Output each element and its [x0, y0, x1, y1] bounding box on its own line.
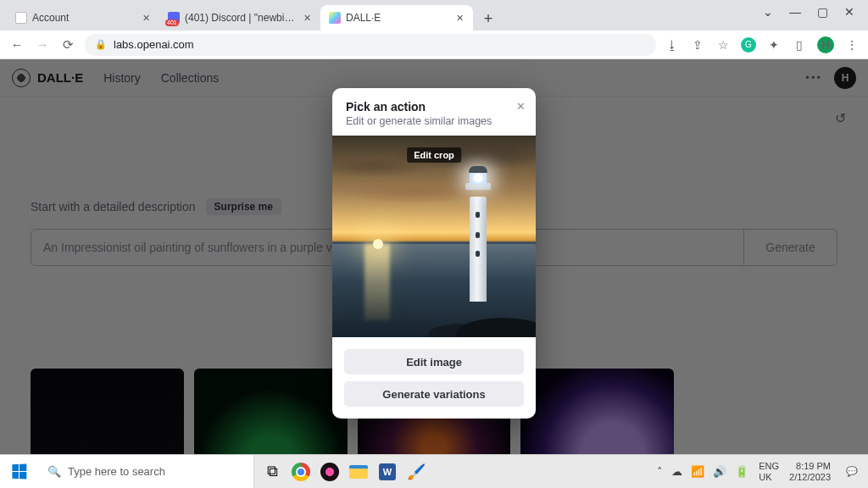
badge: 401 — [165, 19, 179, 26]
tab-favicon-account — [15, 12, 27, 24]
install-icon[interactable]: ⭳ — [665, 37, 680, 53]
modal-title: Pick an action — [346, 100, 522, 114]
window-controls: ⌄ — ▢ ✕ — [749, 0, 868, 24]
folder-icon — [349, 465, 368, 479]
tab-dalle[interactable]: DALL·E ✕ — [320, 5, 473, 30]
tab-discord[interactable]: 401 (401) Discord | "newbie" | Midjo… ✕ — [159, 5, 320, 30]
tab-title: DALL·E — [346, 12, 449, 24]
lock-icon: 🔒 — [95, 39, 107, 50]
task-view-button[interactable]: ⧉ — [258, 455, 287, 489]
modal-subtitle: Edit or generate similar images — [346, 115, 522, 127]
tab-title: (401) Discord | "newbie" | Midjo… — [185, 12, 297, 24]
omnibox[interactable]: 🔒 labs.openai.com — [85, 34, 656, 56]
taskbar-app-camera[interactable] — [315, 455, 344, 489]
tab-account[interactable]: Account ✕ — [7, 5, 159, 30]
image-reflection — [364, 244, 390, 320]
maximize-icon[interactable]: ▢ — [815, 5, 829, 19]
start-button[interactable] — [0, 455, 37, 489]
close-icon[interactable]: ✕ — [141, 13, 151, 23]
chrome-icon — [292, 463, 310, 481]
back-button[interactable]: ← — [8, 36, 25, 53]
taskbar-app-chrome[interactable] — [287, 455, 315, 489]
close-icon[interactable]: ✕ — [516, 100, 526, 113]
tab-title: Account — [32, 12, 136, 24]
language-indicator[interactable]: ENG UK — [759, 461, 779, 481]
generate-variations-button[interactable]: Generate variations — [344, 381, 524, 407]
action-modal: Pick an action Edit or generate similar … — [332, 88, 536, 419]
camera-icon — [320, 463, 339, 481]
word-icon: W — [379, 463, 396, 480]
edit-crop-tag: Edit crop — [407, 147, 461, 163]
address-bar: ← → ⟳ 🔒 labs.openai.com ⭳ ⇪ ☆ G ✦ ▯ H ⋮ — [0, 30, 868, 59]
taskbar-app-explorer[interactable] — [344, 455, 373, 489]
image-lighthouse — [465, 166, 493, 302]
bookmark-icon[interactable]: ☆ — [715, 37, 731, 53]
windows-logo-icon — [12, 464, 26, 480]
reload-button[interactable]: ⟳ — [59, 36, 76, 53]
search-icon: 🔍 — [47, 465, 61, 478]
extension-grammarly-icon[interactable]: G — [741, 37, 756, 53]
tab-favicon-discord: 401 — [168, 12, 180, 24]
profile-avatar[interactable]: H — [817, 36, 834, 53]
close-icon[interactable]: ✕ — [454, 13, 465, 23]
toolbar-icons: ⭳ ⇪ ☆ G ✦ ▯ H ⋮ — [665, 36, 860, 53]
clock[interactable]: 8:19 PM 2/12/2023 — [789, 461, 831, 481]
image-rocks — [426, 300, 536, 337]
paint-icon: 🖌️ — [407, 463, 426, 481]
chrome-menu-icon[interactable]: ⋮ — [844, 37, 860, 53]
taskbar-search[interactable]: 🔍 Type here to search — [37, 455, 254, 489]
volume-icon[interactable]: 🔊 — [713, 465, 726, 478]
notifications-icon[interactable]: 💬 — [841, 461, 863, 483]
new-tab-button[interactable]: + — [476, 7, 500, 30]
page-content: DALL·E History Collections ••• H ↺ Start… — [0, 59, 868, 454]
close-icon[interactable]: ✕ — [302, 13, 312, 23]
forward-button[interactable]: → — [34, 36, 51, 53]
url-text: labs.openai.com — [114, 38, 194, 51]
tray-expand-icon[interactable]: ˄ — [657, 465, 663, 478]
minimize-icon[interactable]: — — [788, 5, 802, 19]
modal-image-preview[interactable]: Edit crop — [332, 136, 536, 337]
cloud-icon[interactable]: ☁ — [671, 465, 682, 478]
search-placeholder: Type here to search — [68, 465, 165, 478]
modal-scrim[interactable]: Pick an action Edit or generate similar … — [0, 59, 868, 454]
image-sun — [373, 239, 383, 249]
taskbar-app-paint[interactable]: 🖌️ — [402, 455, 431, 489]
battery-icon[interactable]: 🔋 — [735, 465, 748, 478]
windows-taskbar: 🔍 Type here to search ⧉ W 🖌️ ˄ ☁ 📶 🔊 🔋 E… — [0, 454, 868, 488]
extensions-icon[interactable]: ✦ — [766, 37, 782, 53]
browser-titlebar: Account ✕ 401 (401) Discord | "newbie" |… — [0, 0, 868, 30]
chevron-down-icon[interactable]: ⌄ — [761, 5, 775, 19]
reading-list-icon[interactable]: ▯ — [792, 37, 807, 53]
share-icon[interactable]: ⇪ — [690, 37, 705, 53]
taskbar-app-word[interactable]: W — [373, 455, 402, 489]
close-icon[interactable]: ✕ — [843, 5, 856, 19]
tab-favicon-dalle — [329, 12, 341, 24]
edit-image-button[interactable]: Edit image — [344, 349, 524, 374]
wifi-icon[interactable]: 📶 — [691, 465, 704, 478]
